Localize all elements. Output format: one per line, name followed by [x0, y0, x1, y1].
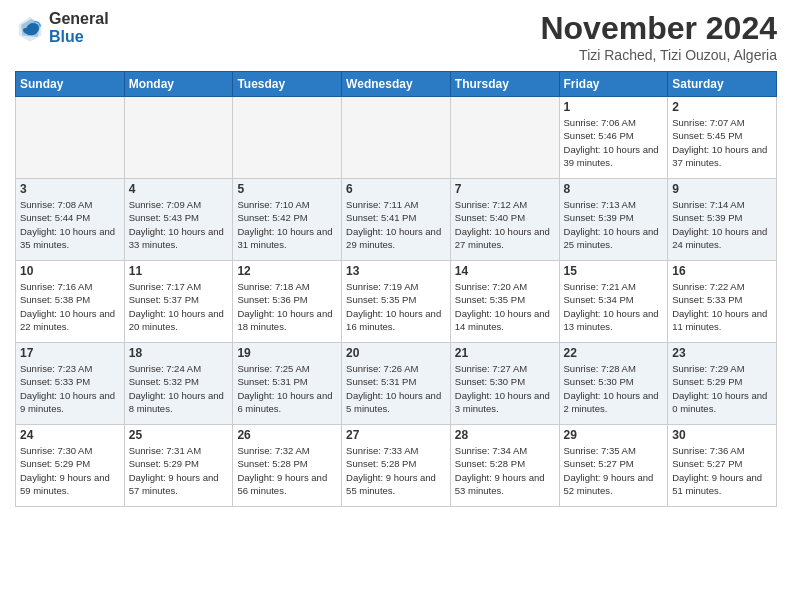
table-row: 2Sunrise: 7:07 AM Sunset: 5:45 PM Daylig…	[668, 97, 777, 179]
day-info: Sunrise: 7:13 AM Sunset: 5:39 PM Dayligh…	[564, 198, 664, 251]
day-info: Sunrise: 7:34 AM Sunset: 5:28 PM Dayligh…	[455, 444, 555, 497]
table-row: 22Sunrise: 7:28 AM Sunset: 5:30 PM Dayli…	[559, 343, 668, 425]
day-number: 4	[129, 182, 229, 196]
table-row: 8Sunrise: 7:13 AM Sunset: 5:39 PM Daylig…	[559, 179, 668, 261]
table-row: 12Sunrise: 7:18 AM Sunset: 5:36 PM Dayli…	[233, 261, 342, 343]
table-row	[450, 97, 559, 179]
table-row: 25Sunrise: 7:31 AM Sunset: 5:29 PM Dayli…	[124, 425, 233, 507]
table-row: 7Sunrise: 7:12 AM Sunset: 5:40 PM Daylig…	[450, 179, 559, 261]
day-number: 2	[672, 100, 772, 114]
calendar-week-row: 1Sunrise: 7:06 AM Sunset: 5:46 PM Daylig…	[16, 97, 777, 179]
table-row: 30Sunrise: 7:36 AM Sunset: 5:27 PM Dayli…	[668, 425, 777, 507]
table-row: 29Sunrise: 7:35 AM Sunset: 5:27 PM Dayli…	[559, 425, 668, 507]
day-info: Sunrise: 7:21 AM Sunset: 5:34 PM Dayligh…	[564, 280, 664, 333]
header-wednesday: Wednesday	[342, 72, 451, 97]
logo-icon	[15, 13, 45, 43]
table-row: 10Sunrise: 7:16 AM Sunset: 5:38 PM Dayli…	[16, 261, 125, 343]
table-row: 3Sunrise: 7:08 AM Sunset: 5:44 PM Daylig…	[16, 179, 125, 261]
day-info: Sunrise: 7:09 AM Sunset: 5:43 PM Dayligh…	[129, 198, 229, 251]
table-row	[16, 97, 125, 179]
day-info: Sunrise: 7:14 AM Sunset: 5:39 PM Dayligh…	[672, 198, 772, 251]
header-saturday: Saturday	[668, 72, 777, 97]
day-number: 17	[20, 346, 120, 360]
day-info: Sunrise: 7:06 AM Sunset: 5:46 PM Dayligh…	[564, 116, 664, 169]
header-monday: Monday	[124, 72, 233, 97]
day-number: 14	[455, 264, 555, 278]
logo: General Blue	[15, 10, 109, 45]
day-info: Sunrise: 7:32 AM Sunset: 5:28 PM Dayligh…	[237, 444, 337, 497]
day-number: 29	[564, 428, 664, 442]
day-number: 6	[346, 182, 446, 196]
day-info: Sunrise: 7:35 AM Sunset: 5:27 PM Dayligh…	[564, 444, 664, 497]
table-row: 6Sunrise: 7:11 AM Sunset: 5:41 PM Daylig…	[342, 179, 451, 261]
day-number: 8	[564, 182, 664, 196]
table-row: 24Sunrise: 7:30 AM Sunset: 5:29 PM Dayli…	[16, 425, 125, 507]
table-row: 15Sunrise: 7:21 AM Sunset: 5:34 PM Dayli…	[559, 261, 668, 343]
day-info: Sunrise: 7:24 AM Sunset: 5:32 PM Dayligh…	[129, 362, 229, 415]
header-tuesday: Tuesday	[233, 72, 342, 97]
table-row: 23Sunrise: 7:29 AM Sunset: 5:29 PM Dayli…	[668, 343, 777, 425]
day-number: 24	[20, 428, 120, 442]
day-number: 23	[672, 346, 772, 360]
day-info: Sunrise: 7:08 AM Sunset: 5:44 PM Dayligh…	[20, 198, 120, 251]
day-info: Sunrise: 7:17 AM Sunset: 5:37 PM Dayligh…	[129, 280, 229, 333]
day-number: 19	[237, 346, 337, 360]
day-number: 7	[455, 182, 555, 196]
table-row: 13Sunrise: 7:19 AM Sunset: 5:35 PM Dayli…	[342, 261, 451, 343]
logo-general-text: General	[49, 10, 109, 28]
day-info: Sunrise: 7:25 AM Sunset: 5:31 PM Dayligh…	[237, 362, 337, 415]
page: General Blue November 2024 Tizi Rached, …	[0, 0, 792, 612]
day-info: Sunrise: 7:19 AM Sunset: 5:35 PM Dayligh…	[346, 280, 446, 333]
day-number: 28	[455, 428, 555, 442]
day-info: Sunrise: 7:07 AM Sunset: 5:45 PM Dayligh…	[672, 116, 772, 169]
table-row: 20Sunrise: 7:26 AM Sunset: 5:31 PM Dayli…	[342, 343, 451, 425]
location: Tizi Rached, Tizi Ouzou, Algeria	[540, 47, 777, 63]
table-row	[342, 97, 451, 179]
table-row: 14Sunrise: 7:20 AM Sunset: 5:35 PM Dayli…	[450, 261, 559, 343]
day-number: 22	[564, 346, 664, 360]
table-row: 18Sunrise: 7:24 AM Sunset: 5:32 PM Dayli…	[124, 343, 233, 425]
day-info: Sunrise: 7:23 AM Sunset: 5:33 PM Dayligh…	[20, 362, 120, 415]
table-row: 26Sunrise: 7:32 AM Sunset: 5:28 PM Dayli…	[233, 425, 342, 507]
calendar-table: Sunday Monday Tuesday Wednesday Thursday…	[15, 71, 777, 507]
day-number: 30	[672, 428, 772, 442]
day-number: 12	[237, 264, 337, 278]
day-info: Sunrise: 7:36 AM Sunset: 5:27 PM Dayligh…	[672, 444, 772, 497]
table-row: 1Sunrise: 7:06 AM Sunset: 5:46 PM Daylig…	[559, 97, 668, 179]
day-number: 26	[237, 428, 337, 442]
day-info: Sunrise: 7:12 AM Sunset: 5:40 PM Dayligh…	[455, 198, 555, 251]
logo-blue-text: Blue	[49, 28, 109, 46]
day-number: 27	[346, 428, 446, 442]
day-info: Sunrise: 7:33 AM Sunset: 5:28 PM Dayligh…	[346, 444, 446, 497]
calendar-week-row: 17Sunrise: 7:23 AM Sunset: 5:33 PM Dayli…	[16, 343, 777, 425]
header: General Blue November 2024 Tizi Rached, …	[15, 10, 777, 63]
day-number: 11	[129, 264, 229, 278]
header-friday: Friday	[559, 72, 668, 97]
table-row: 16Sunrise: 7:22 AM Sunset: 5:33 PM Dayli…	[668, 261, 777, 343]
day-number: 21	[455, 346, 555, 360]
day-number: 16	[672, 264, 772, 278]
table-row: 27Sunrise: 7:33 AM Sunset: 5:28 PM Dayli…	[342, 425, 451, 507]
month-title: November 2024	[540, 10, 777, 47]
day-number: 20	[346, 346, 446, 360]
title-block: November 2024 Tizi Rached, Tizi Ouzou, A…	[540, 10, 777, 63]
logo-text: General Blue	[49, 10, 109, 45]
calendar-week-row: 24Sunrise: 7:30 AM Sunset: 5:29 PM Dayli…	[16, 425, 777, 507]
table-row: 21Sunrise: 7:27 AM Sunset: 5:30 PM Dayli…	[450, 343, 559, 425]
calendar-week-row: 10Sunrise: 7:16 AM Sunset: 5:38 PM Dayli…	[16, 261, 777, 343]
table-row: 9Sunrise: 7:14 AM Sunset: 5:39 PM Daylig…	[668, 179, 777, 261]
day-number: 25	[129, 428, 229, 442]
table-row: 19Sunrise: 7:25 AM Sunset: 5:31 PM Dayli…	[233, 343, 342, 425]
table-row: 5Sunrise: 7:10 AM Sunset: 5:42 PM Daylig…	[233, 179, 342, 261]
day-info: Sunrise: 7:28 AM Sunset: 5:30 PM Dayligh…	[564, 362, 664, 415]
day-number: 15	[564, 264, 664, 278]
day-number: 5	[237, 182, 337, 196]
day-info: Sunrise: 7:26 AM Sunset: 5:31 PM Dayligh…	[346, 362, 446, 415]
calendar-header-row: Sunday Monday Tuesday Wednesday Thursday…	[16, 72, 777, 97]
day-number: 1	[564, 100, 664, 114]
header-sunday: Sunday	[16, 72, 125, 97]
table-row	[233, 97, 342, 179]
calendar-week-row: 3Sunrise: 7:08 AM Sunset: 5:44 PM Daylig…	[16, 179, 777, 261]
day-info: Sunrise: 7:30 AM Sunset: 5:29 PM Dayligh…	[20, 444, 120, 497]
day-info: Sunrise: 7:11 AM Sunset: 5:41 PM Dayligh…	[346, 198, 446, 251]
